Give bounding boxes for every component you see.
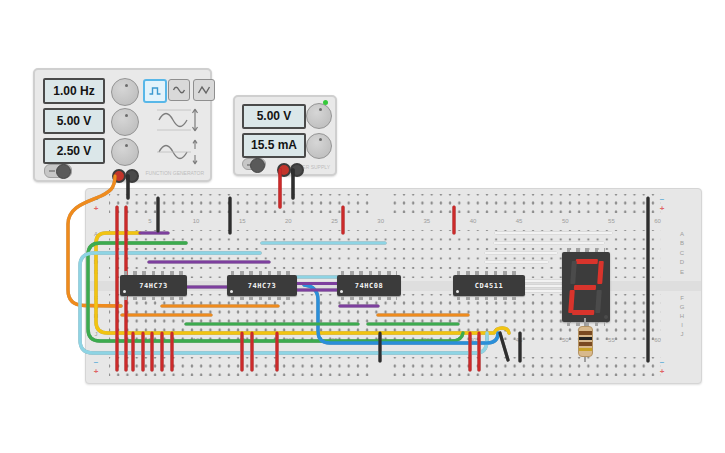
breadboard-label: E xyxy=(673,269,691,276)
pin1-dot xyxy=(230,290,233,293)
function-generator[interactable]: 1.00 Hz 5.00 V 2.50 V FUNCTION GENERATOR xyxy=(33,68,212,182)
rail-symbol: + xyxy=(658,368,666,376)
breadboard-label: B xyxy=(673,240,691,247)
voltage-display[interactable]: 5.00 V xyxy=(242,104,306,129)
pin1-dot xyxy=(123,290,126,293)
resistor-band xyxy=(579,342,592,346)
current-display[interactable]: 15.5 mA xyxy=(242,133,306,158)
ic-cd4511[interactable]: CD4511 xyxy=(453,275,525,296)
breadboard-label: 45 xyxy=(510,218,528,225)
sine-wave-icon xyxy=(172,84,186,96)
decimal-point xyxy=(604,315,608,319)
breadboard-label: 35 xyxy=(418,218,436,225)
square-wave-button[interactable] xyxy=(143,79,167,103)
rail-symbol: + xyxy=(92,205,100,213)
voltage-knob[interactable] xyxy=(306,103,332,129)
offset-knob[interactable] xyxy=(111,138,139,166)
breadboard-label: G xyxy=(673,304,691,311)
ic-74hc73-2[interactable]: 74HC73 xyxy=(227,275,297,296)
breadboard-label: A xyxy=(673,231,691,238)
ic-74hc73-1[interactable]: 74HC73 xyxy=(120,275,187,296)
rail-symbol: − xyxy=(658,196,666,204)
resistor-band xyxy=(579,331,592,335)
breadboard-label: 30 xyxy=(372,218,390,225)
breadboard-label: 50 xyxy=(556,218,574,225)
breadboard-label: 60 xyxy=(649,218,667,225)
amplitude-knob[interactable] xyxy=(111,108,139,136)
fg-power-toggle[interactable] xyxy=(44,164,72,178)
resistor[interactable] xyxy=(578,326,593,357)
frequency-knob[interactable] xyxy=(111,78,139,106)
ic-label: 74HC73 xyxy=(139,282,167,290)
breadboard-label: 40 xyxy=(464,218,482,225)
breadboard-label: 60 xyxy=(649,337,667,344)
current-knob[interactable] xyxy=(306,133,332,159)
breadboard-label: 5 xyxy=(141,218,159,225)
seven-segment-display[interactable] xyxy=(562,252,610,322)
power-led xyxy=(323,100,328,105)
breadboard-label: I xyxy=(673,322,691,329)
ic-74hc08[interactable]: 74HC08 xyxy=(337,275,401,296)
psu-power-toggle[interactable] xyxy=(242,158,266,170)
amplitude-display[interactable]: 5.00 V xyxy=(43,108,105,134)
fg-brand-label: FUNCTION GENERATOR xyxy=(134,170,204,176)
pin1-dot xyxy=(456,290,459,293)
breadboard-label: 55 xyxy=(602,337,620,344)
resistor-band xyxy=(579,337,592,341)
breadboard-label: J xyxy=(673,331,691,338)
rail-symbol: + xyxy=(92,368,100,376)
triangle-wave-button[interactable] xyxy=(193,79,215,101)
power-supply[interactable]: 5.00 V 15.5 mA POWER SUPPLY xyxy=(233,95,337,176)
rail-symbol: − xyxy=(658,359,666,367)
frequency-display[interactable]: 1.00 Hz xyxy=(43,78,105,104)
sine-wave-button[interactable] xyxy=(168,79,190,101)
breadboard-label: C xyxy=(673,250,691,257)
breadboard-label: F xyxy=(673,295,691,302)
resistor-band xyxy=(579,348,592,352)
offset-icon xyxy=(155,138,203,166)
rail-symbol: + xyxy=(658,205,666,213)
breadboard-label: 25 xyxy=(326,218,344,225)
rail-gap xyxy=(374,194,388,213)
ic-label: 74HC73 xyxy=(248,282,276,290)
offset-display[interactable]: 2.50 V xyxy=(43,138,105,164)
breadboard-label: H xyxy=(673,313,691,320)
rail-symbol: − xyxy=(92,359,100,367)
breadboard-label: 10 xyxy=(187,218,205,225)
ic-label: CD4511 xyxy=(475,282,503,290)
breadboard-label: 55 xyxy=(602,218,620,225)
pin1-dot xyxy=(340,290,343,293)
triangle-wave-icon xyxy=(197,84,211,96)
seven-segment-digit xyxy=(568,259,604,315)
breadboard-label: 20 xyxy=(279,218,297,225)
amplitude-icon xyxy=(155,106,203,134)
breadboard-label: 50 xyxy=(556,337,574,344)
ic-label: 74HC08 xyxy=(355,282,383,290)
circuit-canvas: 1.00 Hz 5.00 V 2.50 V FUNCTION GENERATOR xyxy=(0,0,725,453)
square-wave-icon xyxy=(148,85,162,97)
breadboard-label: D xyxy=(673,259,691,266)
breadboard-label: 15 xyxy=(233,218,251,225)
